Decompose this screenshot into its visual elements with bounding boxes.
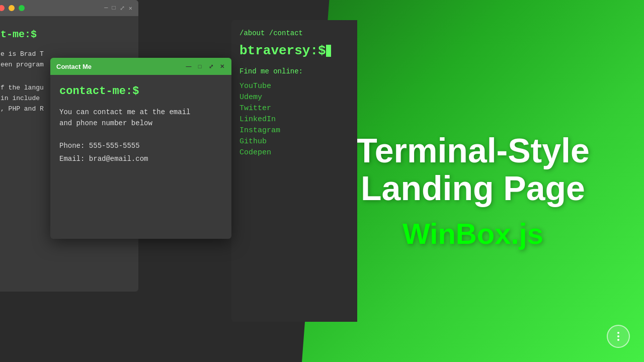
udemy-link[interactable]: Udemy [239,93,262,102]
contact-minimize-btn[interactable]: — [185,63,192,70]
contact-resize-btn[interactable]: ⤢ [207,63,214,70]
list-item: Codepen [239,148,357,157]
cursor [326,45,331,57]
contact-info: Phone: 555-555-5555 Email: brad@email.co… [59,139,222,166]
mid-nav: /about /contact [239,29,357,37]
github-link[interactable]: Github [239,137,267,146]
close-icon[interactable]: ✕ [129,5,132,12]
social-links-list: YouTube Udemy Twitter LinkedIn Instagram… [239,81,357,157]
contact-phone: Phone: 555-555-5555 [59,139,222,153]
twitter-link[interactable]: Twitter [239,104,271,113]
left-panel: — □ ⤢ ✕ t-me:$ e is Brad T een program f… [0,0,357,362]
linkedin-link[interactable]: LinkedIn [239,115,276,124]
mid-terminal-content: /about /contact btraversy:$ Find me onli… [231,20,357,166]
contact-restore-btn[interactable]: □ [196,63,203,70]
codepen-link[interactable]: Codepen [239,148,271,157]
minimize-btn-bg[interactable] [9,5,15,11]
phone-value: 555-555-5555 [89,142,140,150]
minimize-icon[interactable]: — [104,5,108,12]
mid-prompt: btraversy:$ [239,43,357,58]
main-title: Terminal-StyleLanding Page [356,132,590,207]
contact-window-title: Contact Me [56,63,181,70]
maximize-btn-bg[interactable] [19,5,25,11]
find-online-label: Find me online: [239,67,357,75]
contact-titlebar: Contact Me — □ ⤢ ✕ [50,58,231,75]
contact-description: You can contact me at the emailand phone… [59,107,222,129]
contact-prompt: contact-me:$ [59,85,222,98]
resize-icon[interactable]: ⤢ [120,5,125,12]
instagram-link[interactable]: Instagram [239,126,280,135]
bg-terminal-titlebar: — □ ⤢ ✕ [0,0,138,16]
contact-content: contact-me:$ You can contact me at the e… [50,75,231,176]
maximize-icon[interactable]: □ [112,5,116,12]
contact-window: Contact Me — □ ⤢ ✕ contact-me:$ You can … [50,58,231,239]
dots-icon [617,332,619,341]
dots-menu-button[interactable] [607,325,630,348]
bg-prompt: t-me:$ [1,26,130,43]
email-value: brad@email.com [89,155,148,163]
list-item: Instagram [239,126,357,135]
contact-email: Email: brad@email.com [59,152,222,166]
close-btn-bg[interactable] [0,5,5,11]
mid-terminal-window: /about /contact btraversy:$ Find me onli… [231,20,357,322]
list-item: Udemy [239,93,357,102]
list-item: Twitter [239,104,357,113]
list-item: Github [239,137,357,146]
youtube-link[interactable]: YouTube [239,82,271,90]
list-item: LinkedIn [239,115,357,124]
list-item: YouTube [239,81,357,90]
contact-close-btn[interactable]: ✕ [218,63,225,70]
subtitle: WinBox.js [403,217,543,250]
